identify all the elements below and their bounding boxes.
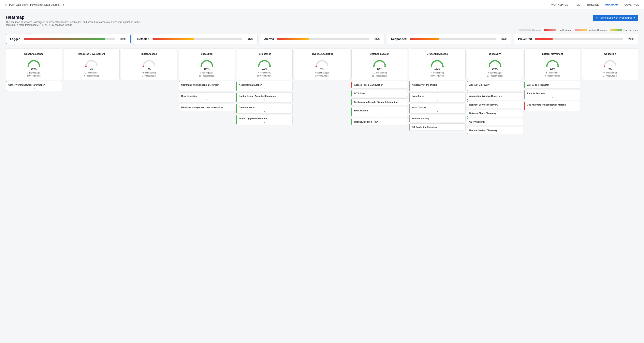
technique-card-3[interactable]: Network Sniffing <box>409 115 465 122</box>
legend-medium: Medium Coverage <box>575 29 607 31</box>
technique-card-name: Hijack Execution Flow <box>354 120 406 123</box>
technique-chevron-icon[interactable]: ∨ <box>239 121 290 123</box>
gauge-pct: 0% <box>320 68 324 70</box>
coverage-card-detected[interactable]: Detected 46% <box>133 34 258 44</box>
technique-chevron-icon[interactable]: ∨ <box>412 98 463 101</box>
technique-card-0[interactable]: Command and Scripting Interpreter ∨ <box>179 81 235 91</box>
technique-card-0[interactable]: Adversary-in-the-Middle ∨ <box>409 81 465 91</box>
coverage-bar-fill <box>535 38 553 40</box>
technique-card-name: Account Discovery <box>470 83 521 86</box>
technique-card-0[interactable]: Lateral Tool Transfer <box>524 81 581 89</box>
technique-card-3[interactable]: Event Triggered Execution ∨ <box>236 115 292 125</box>
techniques-count: 0 Technique(s) <box>584 71 636 74</box>
technique-chevron-icon[interactable]: ∨ <box>527 107 578 110</box>
coverage-card-responded[interactable]: Responded 34% <box>387 34 512 44</box>
svg-point-5 <box>316 66 317 67</box>
procedures-count: 0 Procedures(s) <box>66 74 117 77</box>
coverage-bar-track <box>277 38 369 40</box>
technique-card-1[interactable]: BITS Jobs <box>352 90 408 97</box>
nav-link-heatmap[interactable]: HEATMAP <box>605 3 618 7</box>
technique-card-name: Network Share Discovery <box>470 112 521 115</box>
tactic-col-discovery: Discovery 100% 6 Technique(s) 13 Procedu… <box>467 48 523 134</box>
tactic-col-execution: Execution 100% 3 Technique(s) 16 Procedu… <box>179 48 235 134</box>
top-nav: ⊞ POV Data Story - PowerShell Data Sourc… <box>0 0 644 10</box>
tactic-name: Persistence <box>239 51 290 58</box>
technique-card-0[interactable]: Account Manipulation ∨ <box>236 81 292 91</box>
tactic-stats: 3 Technique(s) 6 Procedures(s) <box>527 71 578 77</box>
coverage-pct: 35% <box>372 37 380 41</box>
technique-chevron-icon[interactable]: ∨ <box>470 87 521 90</box>
technique-card-2[interactable]: Network Service Discovery <box>467 101 523 108</box>
technique-card-3[interactable]: Hide Artifacts ∨ <box>352 107 408 117</box>
legend-bar-untested <box>519 29 531 31</box>
technique-chevron-icon[interactable]: ∨ <box>354 113 406 116</box>
tactic-name: Defense Evasion <box>354 51 405 58</box>
coverage-card-alerted[interactable]: Alerted 35% <box>260 34 384 44</box>
app-title-area[interactable]: ⊞ POV Data Story - PowerShell Data Sourc… <box>5 3 64 7</box>
gauge-container: 100% <box>181 60 232 70</box>
techniques-count: 0 Technique(s) <box>124 71 174 74</box>
gauge-svg <box>603 60 617 67</box>
tactic-col-credential-access: Credential Access 100% 7 Technique(s) 44… <box>409 48 465 134</box>
technique-card-4[interactable]: OS Credential Dumping <box>409 123 465 131</box>
gauge-container: 100% <box>470 60 520 70</box>
technique-card-name: Gather Victim Network Information <box>8 83 60 86</box>
nav-link-timeline[interactable]: TIMELINE <box>586 3 599 7</box>
technique-card-5[interactable]: Remote System Discovery <box>467 127 523 134</box>
technique-chevron-icon[interactable]: ∨ <box>412 110 463 112</box>
technique-card-name: Access Token Manipulation <box>354 83 406 86</box>
techniques-count: 3 Technique(s) <box>527 71 578 74</box>
technique-card-name: Hide Artifacts <box>354 109 406 112</box>
nav-link-workspace[interactable]: WORKSPACE <box>551 3 568 7</box>
technique-card-1[interactable]: Brute Force ∨ <box>409 92 465 102</box>
app-title: POV Data Story - PowerShell Data Source.… <box>9 3 61 6</box>
technique-chevron-icon[interactable]: ∨ <box>239 98 290 101</box>
technique-card-1[interactable]: Remote Services ∨ <box>524 90 581 100</box>
nav-links: WORKSPACERUNTIMELINEHEATMAPCOVERAGE <box>551 3 639 7</box>
coverage-card-prevented[interactable]: Prevented 20% <box>514 34 638 44</box>
chevron-down-icon: ▾ <box>63 4 64 6</box>
technique-card-1[interactable]: User Execution ∨ <box>179 92 235 102</box>
technique-chevron-icon[interactable]: ∨ <box>181 98 233 101</box>
technique-chevron-icon[interactable]: ∨ <box>239 110 290 112</box>
nav-link-run[interactable]: RUN <box>575 3 580 7</box>
technique-card-name: Deobfuscate/Decode Files or Information <box>354 101 406 104</box>
technique-card-3[interactable]: Network Share Discovery <box>467 110 523 117</box>
tactic-stats: 6 Technique(s) 13 Procedures(s) <box>470 71 520 77</box>
technique-chevron-icon[interactable]: ∨ <box>412 87 463 90</box>
technique-card-1[interactable]: Application Window Discovery <box>467 92 523 100</box>
technique-card-2[interactable]: Input Capture ∨ <box>409 104 465 114</box>
filter-button[interactable]: ▽ Techniques with Procedures ▾ <box>593 15 638 21</box>
technique-chevron-icon[interactable]: ∨ <box>527 96 578 98</box>
gauge-container: 0% <box>124 60 174 70</box>
technique-card-2[interactable]: Windows Management Instrumentation <box>179 104 235 111</box>
technique-chevron-icon[interactable]: ∨ <box>239 87 290 90</box>
technique-card-0[interactable]: Access Token Manipulation <box>352 81 408 89</box>
coverage-card-logged[interactable]: Logged 89% <box>6 34 130 44</box>
technique-card-name: Network Sniffing <box>412 117 463 120</box>
technique-card-name: Account Manipulation <box>239 83 290 86</box>
technique-chevron-icon[interactable]: ∨ <box>181 87 233 90</box>
techniques-count: 6 Technique(s) <box>470 71 520 74</box>
technique-card-2[interactable]: Use Alternate Authentication Material ∨ <box>524 101 581 111</box>
technique-card-2[interactable]: Create Account ∨ <box>236 104 292 114</box>
technique-card-name: Application Window Discovery <box>470 95 521 97</box>
technique-card-name: Network Service Discovery <box>470 103 521 106</box>
technique-card-2[interactable]: Deobfuscate/Decode Files or Information <box>352 98 408 106</box>
tactic-stats: 1 Technique(s) 3 Procedures(s) <box>8 71 60 77</box>
technique-chevron-icon[interactable]: ∨ <box>8 87 60 90</box>
technique-card-0[interactable]: Account Discovery ∨ <box>467 81 523 91</box>
nav-link-coverage[interactable]: COVERAGE <box>624 3 639 7</box>
tactic-col-resource-development: Resource Development 0% 0 Technique(s) 0… <box>63 48 120 134</box>
technique-card-4[interactable]: Query Registry <box>467 118 523 125</box>
technique-card-1[interactable]: Boot or Logon Autostart Execution ∨ <box>236 92 292 102</box>
technique-card-name: Boot or Logon Autostart Execution <box>239 95 290 97</box>
tactic-header-5: Privilege Escalation 0% 0 Technique(s) 0… <box>294 48 350 80</box>
technique-card-4[interactable]: Hijack Execution Flow <box>352 118 408 125</box>
gauge-svg <box>315 60 329 67</box>
legend-bar-medium <box>575 29 588 31</box>
coverage-card-label: Alerted <box>264 37 274 41</box>
technique-card-name: Query Registry <box>470 120 521 123</box>
techniques-count: 0 Technique(s) <box>66 71 117 74</box>
technique-card-0[interactable]: Gather Victim Network Information ∨ <box>6 81 62 91</box>
